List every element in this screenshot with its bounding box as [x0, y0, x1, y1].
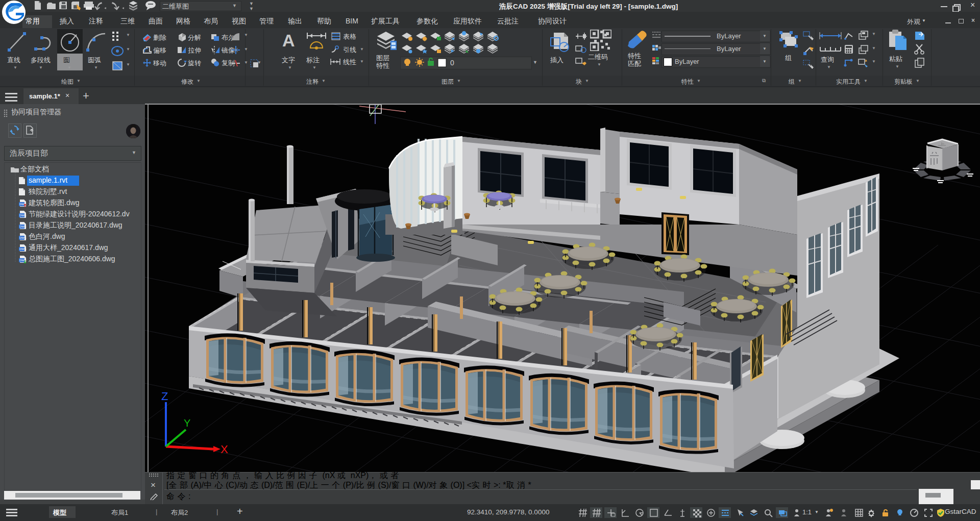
svg-text:Z: Z	[161, 390, 168, 403]
svg-text:Y: Y	[184, 417, 190, 429]
svg-text:DWG: DWG	[19, 247, 26, 251]
svg-text:DWG: DWG	[19, 225, 26, 228]
svg-text:DWG: DWG	[19, 214, 26, 217]
svg-text:X: X	[220, 443, 228, 456]
svg-text:DWG: DWG	[19, 236, 26, 239]
